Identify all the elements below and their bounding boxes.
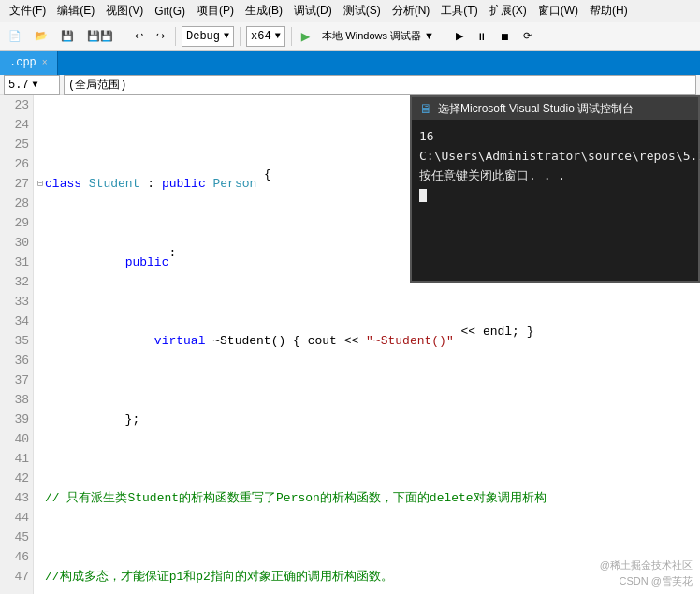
console-body: 16 C:\Users\Administrator\source\repos\5… <box>412 120 698 212</box>
config-dropdown[interactable]: Debug ▼ <box>182 26 234 47</box>
menu-debug[interactable]: 调试(D) <box>288 1 338 21</box>
console-icon: 🖥 <box>419 101 432 116</box>
toolbar-save[interactable]: 💾 <box>56 27 79 45</box>
tabbar: .cpp × <box>0 51 700 75</box>
scope-right[interactable]: (全局范围) <box>64 75 696 95</box>
menu-git[interactable]: Git(G) <box>149 3 191 20</box>
menu-help[interactable]: 帮助(H) <box>584 1 634 21</box>
menu-file[interactable]: 文件(F) <box>4 1 51 21</box>
scope-left[interactable]: 5.7 ▼ <box>4 75 60 95</box>
code-area: 2324252627 2829303132 3334353637 3839404… <box>0 95 700 594</box>
console-titlebar: 🖥 选择Microsoft Visual Studio 调试控制台 <box>412 97 698 120</box>
console-cursor <box>419 189 427 202</box>
code-line-28: ⊟ //构成多态，才能保证p1和p2指向的对象正确的调用析构函数。 <box>34 567 700 587</box>
console-output-1: 16 <box>419 127 691 147</box>
toolbar-extra3[interactable]: ⏹ <box>495 28 515 45</box>
console-output-2: C:\Users\Administrator\source\repos\5.7 <box>419 147 691 167</box>
console-title: 选择Microsoft Visual Studio 调试控制台 <box>438 101 634 117</box>
tab-cpp[interactable]: .cpp × <box>0 51 58 75</box>
code-line-27: ⊟ // 只有派生类Student的析构函数重写了Person的析构函数，下面的… <box>34 488 700 508</box>
toolbar-extra4[interactable]: ⟳ <box>518 27 536 45</box>
toolbar-redo[interactable]: ↪ <box>152 27 169 45</box>
run-button[interactable]: ▶ <box>298 27 314 46</box>
toolbar-sep-2 <box>175 27 176 46</box>
code-line-26: }; <box>34 410 700 429</box>
menubar: 文件(F) 编辑(E) 视图(V) Git(G) 项目(P) 生成(B) 调试(… <box>0 0 700 22</box>
debugger-button[interactable]: 本地 Windows 调试器 ▼ <box>317 26 439 46</box>
toolbar-sep-5 <box>445 27 445 46</box>
toolbar-undo[interactable]: ↩ <box>130 27 148 45</box>
menu-view[interactable]: 视图(V) <box>100 1 149 21</box>
platform-dropdown[interactable]: x64 ▼ <box>246 26 285 47</box>
line-numbers: 2324252627 2829303132 3334353637 3839404… <box>0 95 34 594</box>
toolbar-sep-1 <box>124 27 124 46</box>
tab-close-cpp[interactable]: × <box>42 58 48 68</box>
menu-edit[interactable]: 编辑(E) <box>51 1 100 21</box>
toolbar-sep-4 <box>291 27 292 46</box>
fold-23[interactable]: ⊟ <box>37 174 43 194</box>
toolbar-extra2[interactable]: ⏸ <box>472 28 491 45</box>
menu-tools[interactable]: 工具(T) <box>435 1 483 21</box>
toolbar-sep-3 <box>240 27 241 46</box>
console-output-3: 按任意键关闭此窗口. . . <box>419 167 691 186</box>
toolbar-open[interactable]: 📂 <box>30 27 52 45</box>
code-line-25: virtual ~Student() { cout << "~Student()… <box>34 331 700 351</box>
toolbar-new[interactable]: 📄 <box>4 27 26 45</box>
menu-window[interactable]: 窗口(W) <box>532 1 584 21</box>
menu-project[interactable]: 项目(P) <box>191 1 240 21</box>
toolbar-save-all[interactable]: 💾💾 <box>82 27 118 45</box>
toolbar-extra1[interactable]: ▶ <box>451 27 468 45</box>
code-content[interactable]: ⊟ class Student : public Person { public… <box>34 95 700 594</box>
toolbar: 📄 📂 💾 💾💾 ↩ ↪ Debug ▼ x64 ▼ ▶ 本地 Windows … <box>0 22 700 51</box>
menu-build[interactable]: 生成(B) <box>240 1 288 21</box>
menu-test[interactable]: 测试(S) <box>338 1 386 21</box>
console-overlay[interactable]: 🖥 选择Microsoft Visual Studio 调试控制台 16 C:\… <box>410 95 700 283</box>
menu-extend[interactable]: 扩展(X) <box>484 1 532 21</box>
menu-analyze[interactable]: 分析(N) <box>386 1 436 21</box>
scopebar: 5.7 ▼ (全局范围) <box>0 75 700 95</box>
